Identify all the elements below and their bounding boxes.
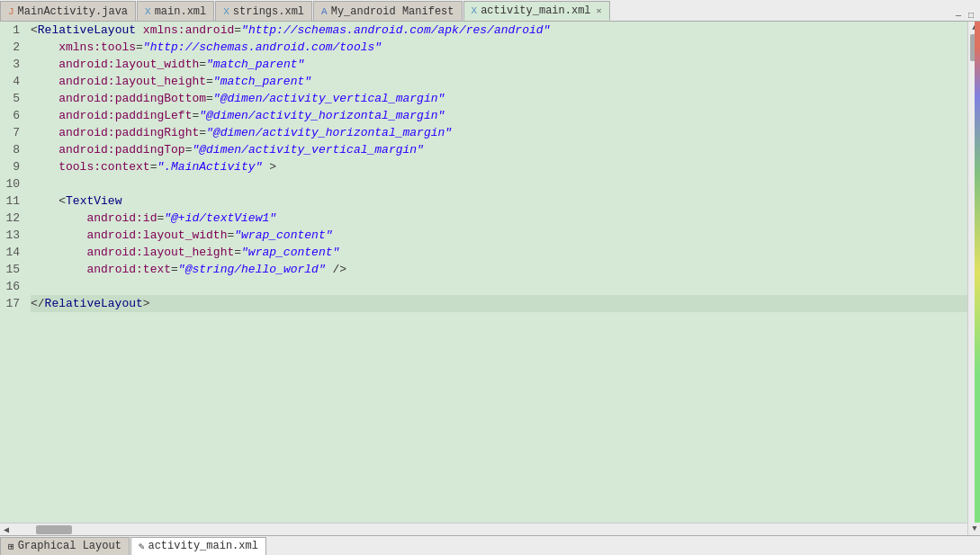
tab-label-main-xml: main.xml bbox=[155, 5, 207, 18]
line-num-10: 10 bbox=[4, 175, 20, 192]
bottom-tab-bar: ⊞Graphical Layout✎activity_main.xml bbox=[0, 535, 980, 555]
line-num-8: 8 bbox=[4, 141, 20, 158]
tab-icon-activity-main-xml: X bbox=[472, 5, 478, 16]
bottom-tab-label-graphical-layout: Graphical Layout bbox=[18, 540, 121, 552]
bottom-tab-graphical-layout[interactable]: ⊞Graphical Layout bbox=[0, 537, 130, 555]
hscroll-left-arrow[interactable]: ◀ bbox=[0, 524, 13, 536]
code-line-13: android:layout_width="wrap_content" bbox=[31, 227, 980, 244]
tab-label-activity-main-xml: activity_main.xml bbox=[481, 4, 590, 17]
tab-activity-main-xml[interactable]: Xactivity_main.xml✕ bbox=[463, 1, 610, 21]
vertical-scrollbar[interactable]: ▲ ▼ bbox=[967, 22, 980, 535]
tab-my-android-manifest[interactable]: AMy_android Manifest bbox=[313, 1, 462, 21]
line-num-9: 9 bbox=[4, 158, 20, 175]
tab-label-main-activity: MainActivity.java bbox=[18, 5, 128, 18]
tab-icon-my-android-manifest: A bbox=[321, 6, 328, 17]
tab-icon-main-activity: J bbox=[8, 6, 14, 17]
bottom-tab-icon-graphical-layout: ⊞ bbox=[8, 541, 14, 552]
code-line-3: android:layout_width="match_parent" bbox=[31, 56, 980, 73]
line-numbers: 1234567891011121314151617 bbox=[0, 22, 27, 312]
line-num-4: 4 bbox=[4, 73, 20, 90]
tab-close-activity-main-xml[interactable]: ✕ bbox=[597, 5, 602, 16]
code-line-8: android:paddingTop="@dimen/activity_vert… bbox=[31, 141, 980, 158]
code-area: <RelativeLayout xmlns:android="http://sc… bbox=[27, 22, 980, 312]
line-num-11: 11 bbox=[4, 192, 20, 210]
tab-strings-xml[interactable]: Xstrings.xml bbox=[215, 1, 312, 21]
editor-container: 1234567891011121314151617 <RelativeLayou… bbox=[0, 22, 980, 535]
line-num-17: 17 bbox=[4, 295, 20, 312]
tab-label-my-android-manifest: My_android Manifest bbox=[331, 5, 454, 18]
line-num-2: 2 bbox=[4, 39, 20, 56]
window-controls: — □ bbox=[953, 10, 980, 21]
tab-main-activity[interactable]: JMainActivity.java bbox=[0, 1, 136, 21]
maximize-button[interactable]: □ bbox=[966, 10, 976, 21]
code-line-6: android:paddingLeft="@dimen/activity_hor… bbox=[31, 107, 980, 124]
bottom-tab-activity-main-xml-bottom[interactable]: ✎activity_main.xml bbox=[130, 537, 266, 555]
editor-content: 1234567891011121314151617 <RelativeLayou… bbox=[0, 22, 980, 312]
code-line-17: </RelativeLayout> bbox=[31, 295, 980, 312]
code-line-9: tools:context=".MainActivity" > bbox=[31, 158, 980, 175]
code-line-1: <RelativeLayout xmlns:android="http://sc… bbox=[31, 22, 980, 39]
tab-main-xml[interactable]: Xmain.xml bbox=[137, 1, 214, 21]
code-line-11: <TextView bbox=[31, 192, 980, 210]
tab-icon-strings-xml: X bbox=[223, 6, 229, 17]
line-num-7: 7 bbox=[4, 124, 20, 141]
code-line-5: android:paddingBottom="@dimen/activity_v… bbox=[31, 90, 980, 107]
line-num-5: 5 bbox=[4, 90, 20, 107]
vscroll-down-arrow[interactable]: ▼ bbox=[968, 523, 980, 535]
line-num-1: 1 bbox=[4, 22, 20, 39]
line-num-3: 3 bbox=[4, 56, 20, 73]
code-line-10 bbox=[31, 175, 980, 192]
code-line-16 bbox=[31, 278, 980, 295]
line-num-6: 6 bbox=[4, 107, 20, 124]
horizontal-scrollbar[interactable]: ◀ ▶ bbox=[0, 523, 980, 535]
code-line-15: android:text="@string/hello_world" /> bbox=[31, 261, 980, 278]
hscroll-thumb[interactable] bbox=[36, 525, 72, 534]
line-num-12: 12 bbox=[4, 210, 20, 227]
tab-bar: JMainActivity.javaXmain.xmlXstrings.xmlA… bbox=[0, 0, 980, 22]
line-num-13: 13 bbox=[4, 227, 20, 244]
tab-label-strings-xml: strings.xml bbox=[233, 5, 304, 18]
code-line-7: android:paddingRight="@dimen/activity_ho… bbox=[31, 124, 980, 141]
tab-icon-main-xml: X bbox=[145, 6, 151, 17]
line-num-14: 14 bbox=[4, 244, 20, 261]
minimize-button[interactable]: — bbox=[953, 10, 964, 21]
editor-scroll-area[interactable]: 1234567891011121314151617 <RelativeLayou… bbox=[0, 22, 980, 523]
code-line-14: android:layout_height="wrap_content" bbox=[31, 244, 980, 261]
overview-ruler bbox=[975, 22, 980, 523]
bottom-tab-icon-activity-main-xml-bottom: ✎ bbox=[139, 541, 145, 552]
bottom-tab-label-activity-main-xml-bottom: activity_main.xml bbox=[148, 540, 257, 552]
code-line-12: android:id="@+id/textView1" bbox=[31, 210, 980, 227]
line-num-15: 15 bbox=[4, 261, 20, 278]
line-num-16: 16 bbox=[4, 278, 20, 295]
code-line-4: android:layout_height="match_parent" bbox=[31, 73, 980, 90]
code-line-2: xmlns:tools="http://schemas.android.com/… bbox=[31, 39, 980, 56]
